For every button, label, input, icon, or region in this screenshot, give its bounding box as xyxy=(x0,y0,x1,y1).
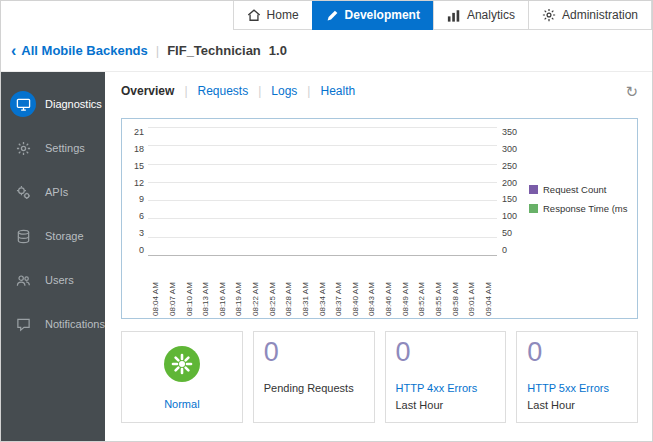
y-axis-tick-left: 6 xyxy=(128,211,144,221)
pending-requests-value: 0 xyxy=(264,338,364,368)
content-tabs: Overview Requests Logs Health ↻ xyxy=(121,84,638,106)
chart-category xyxy=(231,127,248,255)
nav-tab-administration[interactable]: Administration xyxy=(528,1,652,30)
legend-label: Request Count xyxy=(543,184,606,195)
legend-item: Request Count xyxy=(529,184,633,195)
http-4xx-link[interactable]: HTTP 4xx Errors xyxy=(396,382,496,394)
y-axis-left: 211815129630 xyxy=(128,127,148,255)
chart-category xyxy=(314,127,331,255)
y-axis-tick-right: 150 xyxy=(502,194,523,204)
tab-logs[interactable]: Logs xyxy=(248,84,297,98)
chart-category xyxy=(198,127,215,255)
http-4xx-caption: HTTP 4xx Errors Last Hour xyxy=(396,382,496,416)
x-axis-label: 08:34 AM xyxy=(314,258,331,316)
x-axis-label: 08:31 AM xyxy=(298,258,315,316)
sidebar-item-storage[interactable]: Storage xyxy=(1,214,105,258)
y-axis-right: 350300250200150100500 xyxy=(497,127,523,255)
sidebar-item-label: Diagnostics xyxy=(45,98,102,110)
chart-bars xyxy=(148,127,497,255)
legend-swatch xyxy=(529,185,538,194)
tab-overview[interactable]: Overview xyxy=(121,84,174,98)
status-link[interactable]: Normal xyxy=(164,398,199,410)
nav-tab-label: Analytics xyxy=(467,8,515,22)
x-axis-label: 08:16 AM xyxy=(215,258,232,316)
y-axis-tick-right: 200 xyxy=(502,178,523,188)
chart-category xyxy=(181,127,198,255)
x-axis-label: 08:52 AM xyxy=(414,258,431,316)
y-axis-tick-right: 50 xyxy=(502,228,523,238)
chart-category xyxy=(381,127,398,255)
nav-tab-label: Home xyxy=(267,8,299,22)
chart-plot-area xyxy=(148,127,497,255)
users-icon xyxy=(10,267,36,293)
x-axis-label: 09:01 AM xyxy=(464,258,481,316)
refresh-icon[interactable]: ↻ xyxy=(625,84,638,99)
sidebar-item-apis[interactable]: APIs xyxy=(1,170,105,214)
apis-icon xyxy=(10,179,36,205)
chart-category xyxy=(264,127,281,255)
legend-item: Response Time (ms xyxy=(529,203,633,214)
nav-tab-analytics[interactable]: Analytics xyxy=(433,1,529,30)
pending-requests-label: Pending Requests xyxy=(264,382,364,394)
chart-category xyxy=(431,127,448,255)
sidebar-item-settings[interactable]: Settings xyxy=(1,126,105,170)
pencil-icon xyxy=(326,9,339,22)
sidebar-item-label: Storage xyxy=(45,230,84,242)
y-axis-tick-left: 15 xyxy=(128,161,144,171)
y-axis-tick-left: 9 xyxy=(128,194,144,204)
http-5xx-value: 0 xyxy=(527,338,627,368)
tab-health[interactable]: Health xyxy=(297,84,355,98)
http-5xx-caption: HTTP 5xx Errors Last Hour xyxy=(527,382,627,416)
notifications-icon xyxy=(10,311,36,337)
x-axis-label: 08:49 AM xyxy=(397,258,414,316)
nav-tab-development[interactable]: Development xyxy=(312,1,434,30)
y-axis-tick-left: 3 xyxy=(128,228,144,238)
sidebar-item-label: Users xyxy=(45,274,74,286)
chart-category xyxy=(331,127,348,255)
sidebar-item-label: Settings xyxy=(45,142,85,154)
sidebar-item-notifications[interactable]: Notifications xyxy=(1,302,105,346)
http-4xx-value: 0 xyxy=(396,338,496,368)
main-area: Diagnostics Settings APIs Storage xyxy=(1,72,652,442)
chart-category xyxy=(481,127,498,255)
x-axis-label: 08:04 AM xyxy=(148,258,165,316)
nav-tab-label: Administration xyxy=(562,8,638,22)
pending-requests-card: 0 Pending Requests xyxy=(253,331,375,423)
sidebar-item-label: Notifications xyxy=(45,318,105,330)
y-axis-tick-left: 12 xyxy=(128,178,144,188)
http-4xx-card: 0 HTTP 4xx Errors Last Hour xyxy=(385,331,507,423)
backend-version: 1.0 xyxy=(269,43,287,58)
x-axis-label: 08:46 AM xyxy=(381,258,398,316)
summary-cards: Normal 0 Pending Requests 0 HTTP 4xx Err… xyxy=(121,331,638,423)
sidebar-item-users[interactable]: Users xyxy=(1,258,105,302)
legend-label: Response Time (ms xyxy=(543,203,627,214)
traffic-chart: 211815129630 08:04 AM08:07 AM08:10 AM08:… xyxy=(121,118,638,319)
top-navigation: Home Development Analytics Administratio… xyxy=(1,1,652,30)
back-link-all-mobile-backends[interactable]: ‹ All Mobile Backends xyxy=(11,43,148,59)
gear-icon xyxy=(542,8,556,22)
x-axis-label: 08:22 AM xyxy=(248,258,265,316)
chart-center: 08:04 AM08:07 AM08:10 AM08:13 AM08:16 AM… xyxy=(148,127,497,316)
http-5xx-sub: Last Hour xyxy=(527,399,627,411)
chart-legend: Request CountResponse Time (ms xyxy=(523,127,633,316)
breadcrumb: ‹ All Mobile Backends FIF_Technician 1.0 xyxy=(1,30,652,72)
nav-tab-home[interactable]: Home xyxy=(233,1,313,30)
app-window: Home Development Analytics Administratio… xyxy=(0,0,653,442)
x-axis-label: 08:19 AM xyxy=(231,258,248,316)
tab-requests[interactable]: Requests xyxy=(174,84,248,98)
http-5xx-link[interactable]: HTTP 5xx Errors xyxy=(527,382,627,394)
bar-chart-icon xyxy=(447,9,461,22)
legend-swatch xyxy=(529,204,538,213)
x-axis-label: 08:55 AM xyxy=(431,258,448,316)
http-4xx-sub: Last Hour xyxy=(396,399,496,411)
status-normal-icon xyxy=(164,346,200,382)
x-axis-labels: 08:04 AM08:07 AM08:10 AM08:13 AM08:16 AM… xyxy=(148,258,497,316)
status-card: Normal xyxy=(121,331,243,423)
chart-category xyxy=(215,127,232,255)
sidebar-item-diagnostics[interactable]: Diagnostics xyxy=(1,82,105,126)
x-axis-label: 08:40 AM xyxy=(348,258,365,316)
x-axis-label: 08:13 AM xyxy=(198,258,215,316)
settings-gear-icon xyxy=(10,135,36,161)
x-axis-label: 08:43 AM xyxy=(364,258,381,316)
y-axis-tick-right: 250 xyxy=(502,161,523,171)
